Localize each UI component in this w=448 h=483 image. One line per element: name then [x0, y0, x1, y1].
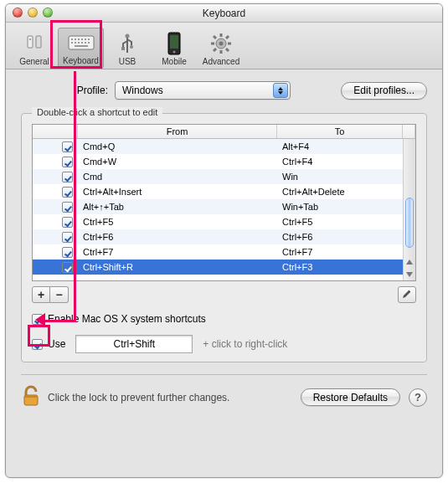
svg-point-19	[130, 45, 133, 49]
col-scroll	[403, 125, 415, 138]
toolbar-item-advanced[interactable]: Advanced	[198, 29, 245, 69]
table-body: Cmd+QAlt+F4Cmd+WCtrl+F4CmdWinCtrl+Alt+In…	[33, 139, 415, 280]
titlebar[interactable]: Keyboard	[6, 4, 442, 23]
profile-select[interactable]: Windows	[115, 81, 291, 100]
table-row[interactable]: Ctrl+F6Ctrl+F6	[33, 229, 415, 244]
row-from: Cmd+Q	[78, 141, 277, 152]
lock-icon[interactable]	[21, 385, 41, 409]
svg-rect-11	[75, 42, 76, 44]
table-row[interactable]: Ctrl+Alt+InsertCtrl+Alt+Delete	[33, 184, 415, 199]
edit-profiles-label: Edit profiles...	[353, 85, 415, 96]
svg-rect-14	[85, 42, 86, 44]
svg-rect-18	[121, 47, 125, 50]
row-checkbox[interactable]	[62, 232, 73, 243]
use-label: Use	[48, 338, 65, 350]
minimize-icon[interactable]	[28, 8, 38, 18]
row-checkbox[interactable]	[62, 217, 73, 228]
edit-profiles-button[interactable]: Edit profiles...	[341, 82, 427, 100]
svg-rect-8	[85, 39, 86, 40]
chevron-updown-icon	[273, 83, 288, 98]
table-row[interactable]: Cmd+WCtrl+F4	[33, 154, 415, 169]
restore-defaults-button[interactable]: Restore Defaults	[301, 388, 400, 406]
toolbar-item-general[interactable]: General	[11, 29, 58, 69]
row-from: Alt+↑+Tab	[78, 202, 277, 212]
svg-line-29	[226, 49, 229, 51]
row-to: Ctrl+Alt+Delete	[277, 187, 403, 197]
svg-point-32	[219, 42, 224, 46]
row-to: Ctrl+F4	[277, 157, 403, 167]
remove-shortcut-button[interactable]: −	[50, 286, 69, 303]
use-suffix: + click to right-click	[203, 338, 287, 350]
row-from: Ctrl+Shift+R	[78, 262, 277, 272]
help-button[interactable]: ?	[409, 388, 427, 407]
traffic-lights	[13, 8, 53, 18]
svg-rect-21	[170, 35, 178, 49]
row-to: Ctrl+F6	[277, 232, 403, 242]
scroll-down-icon[interactable]	[404, 268, 415, 280]
row-checkbox[interactable]	[62, 141, 73, 152]
row-checkbox[interactable]	[62, 157, 73, 167]
row-checkbox[interactable]	[62, 202, 73, 213]
toolbar-item-usb[interactable]: USB	[104, 29, 151, 69]
row-from: Ctrl+F5	[78, 217, 277, 227]
svg-rect-0	[28, 36, 33, 48]
scrollbar-thumb[interactable]	[405, 198, 414, 248]
row-checkbox[interactable]	[62, 187, 73, 198]
table-row[interactable]: CmdWin	[33, 169, 415, 184]
edit-shortcut-button[interactable]	[398, 286, 416, 303]
rightclick-key-field[interactable]	[75, 335, 193, 353]
row-to: Alt+F4	[277, 141, 403, 152]
col-from[interactable]: From	[78, 125, 277, 138]
row-checkbox[interactable]	[62, 172, 73, 182]
lock-text: Click the lock to prevent further change…	[48, 392, 229, 403]
enable-system-shortcuts-label: Enable Mac OS X system shortcuts	[48, 313, 206, 325]
profile-label: Profile:	[58, 85, 108, 96]
svg-line-31	[226, 36, 229, 39]
row-from: Cmd+W	[78, 157, 277, 167]
scroll-up-icon[interactable]	[404, 255, 415, 268]
shortcut-table: From To Cmd+QAlt+F4Cmd+WCtrl+F4CmdWinCtr…	[32, 124, 416, 281]
zoom-icon[interactable]	[43, 8, 53, 18]
col-to[interactable]: To	[277, 125, 403, 138]
svg-rect-7	[81, 39, 83, 40]
table-row[interactable]: Cmd+QAlt+F4	[33, 139, 415, 154]
svg-rect-15	[88, 42, 90, 44]
toolbar-item-keyboard[interactable]: Keyboard	[58, 28, 104, 69]
table-row[interactable]: Ctrl+F5Ctrl+F5	[33, 214, 415, 229]
svg-rect-12	[78, 42, 80, 44]
table-row[interactable]: Ctrl+F7Ctrl+F7	[33, 244, 415, 259]
usb-icon	[114, 31, 141, 56]
row-to: Ctrl+F7	[277, 247, 403, 257]
mobile-icon	[161, 31, 188, 56]
svg-point-22	[173, 51, 176, 54]
toolbar: General Keyboard USB Mobile Advanced	[6, 23, 442, 69]
toolbar-label: Advanced	[203, 57, 239, 66]
add-shortcut-button[interactable]: +	[32, 286, 50, 303]
row-to: Ctrl+F3	[277, 262, 403, 272]
table-row[interactable]: Alt+↑+TabWin+Tab	[33, 199, 415, 214]
toolbar-item-mobile[interactable]: Mobile	[151, 29, 198, 69]
scrollbar[interactable]	[403, 139, 415, 280]
table-header: From To	[33, 125, 415, 139]
row-to: Win+Tab	[277, 202, 403, 212]
svg-rect-6	[78, 39, 80, 40]
profile-selected: Windows	[122, 85, 163, 96]
window-title: Keyboard	[203, 8, 245, 19]
toolbar-label: Keyboard	[63, 56, 99, 65]
toolbar-label: USB	[119, 57, 136, 66]
svg-line-30	[214, 49, 216, 51]
svg-rect-16	[75, 45, 88, 47]
col-checkbox[interactable]	[33, 125, 78, 138]
svg-rect-34	[24, 395, 38, 398]
annotation-box-add	[28, 325, 50, 347]
close-icon[interactable]	[13, 8, 23, 18]
row-checkbox[interactable]	[62, 262, 73, 273]
toolbar-label: General	[19, 57, 49, 66]
row-checkbox[interactable]	[62, 247, 73, 258]
keyboard-icon	[68, 30, 95, 55]
row-from: Ctrl+F7	[78, 247, 277, 257]
shortcuts-group: Double-click a shortcut to edit From To …	[21, 113, 427, 362]
row-to: Ctrl+F5	[277, 217, 403, 227]
table-row[interactable]: Ctrl+Shift+RCtrl+F3	[33, 259, 415, 275]
svg-rect-9	[88, 39, 90, 40]
